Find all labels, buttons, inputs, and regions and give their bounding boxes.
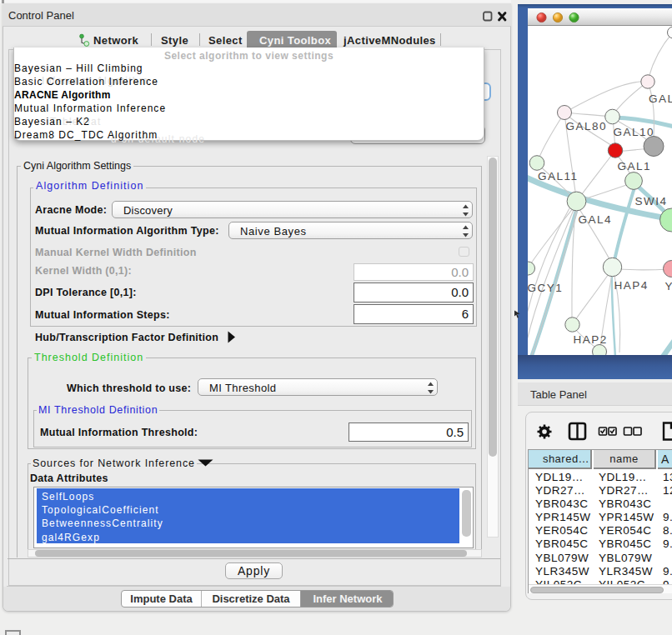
svg-text:Y: Y xyxy=(665,280,672,292)
svg-text:HAP2: HAP2 xyxy=(574,333,608,346)
svg-text:GCY1: GCY1 xyxy=(528,282,563,294)
svg-text:GAL10: GAL10 xyxy=(614,126,655,138)
svg-text:HAP4: HAP4 xyxy=(614,279,649,292)
svg-text:GAL1: GAL1 xyxy=(618,160,652,172)
svg-text:GAL11: GAL11 xyxy=(538,170,579,182)
svg-text:GAL7: GAL7 xyxy=(649,92,672,105)
svg-text:GAL4: GAL4 xyxy=(579,213,613,226)
svg-text:SWI4: SWI4 xyxy=(635,195,668,208)
svg-text:GAL80: GAL80 xyxy=(566,120,608,132)
